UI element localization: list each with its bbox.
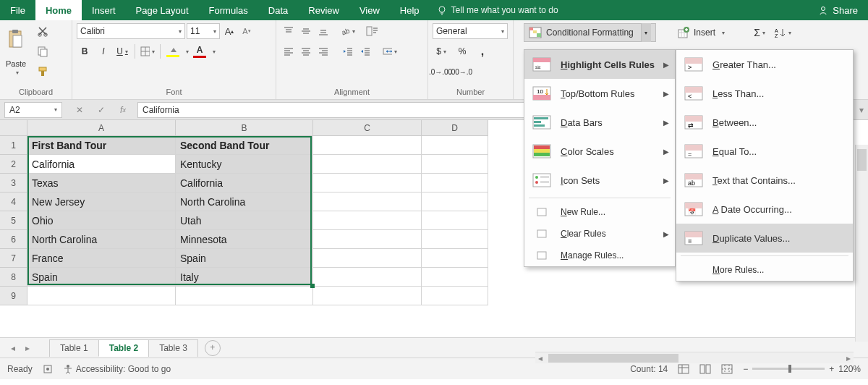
- cell-C6[interactable]: [313, 230, 422, 249]
- cell-C4[interactable]: [313, 192, 422, 211]
- hlc-more-rules[interactable]: More Rules...: [676, 259, 853, 281]
- align-left[interactable]: [281, 43, 297, 59]
- cell-A5[interactable]: Ohio: [27, 211, 176, 230]
- row-header-6[interactable]: 6: [0, 230, 27, 249]
- sheet-tab-table-1[interactable]: Table 1: [49, 339, 99, 357]
- menu-tab-home[interactable]: Home: [35, 0, 82, 20]
- sheet-tab-table-3[interactable]: Table 3: [148, 339, 198, 357]
- percent-format[interactable]: %: [454, 43, 470, 59]
- zoom-out-icon[interactable]: −: [743, 364, 748, 374]
- paste-button[interactable]: [4, 23, 27, 58]
- cell-D3[interactable]: [422, 174, 488, 192]
- menu-tab-insert[interactable]: Insert: [82, 0, 126, 20]
- column-header-B[interactable]: B: [176, 120, 313, 136]
- hlc-menu-less-than-[interactable]: <Less Than...: [676, 79, 853, 108]
- cell-C3[interactable]: [313, 174, 422, 192]
- horizontal-scrollbar[interactable]: ◂▸: [535, 352, 854, 363]
- hlc-menu-equal-to-[interactable]: =Equal To...: [676, 137, 853, 166]
- menu-tab-help[interactable]: Help: [390, 0, 430, 20]
- sheet-nav-prev[interactable]: ◂: [6, 343, 20, 353]
- cf-menu-manage-rules-[interactable]: Manage Rules...: [524, 245, 675, 266]
- decrease-font-size[interactable]: A▾: [239, 23, 255, 39]
- view-normal-icon[interactable]: [678, 364, 689, 374]
- font-name-select[interactable]: Calibri▾: [77, 23, 185, 39]
- view-page-break-icon[interactable]: [721, 364, 733, 374]
- merge-center[interactable]: ▾: [382, 43, 398, 59]
- border-button[interactable]: ▾: [140, 43, 156, 59]
- cell-A3[interactable]: Texas: [27, 174, 176, 192]
- increase-decimal[interactable]: .0→.00: [433, 64, 448, 80]
- italic-button[interactable]: I: [95, 43, 111, 59]
- cell-C1[interactable]: [313, 136, 422, 155]
- hlc-menu-between-[interactable]: ⇄Between...: [676, 108, 853, 137]
- view-page-layout-icon[interactable]: [699, 364, 711, 374]
- new-sheet-button[interactable]: +: [205, 340, 221, 356]
- wrap-text[interactable]: [365, 23, 380, 39]
- cell-D7[interactable]: [422, 249, 488, 268]
- cell-A7[interactable]: France: [27, 249, 176, 268]
- cell-B6[interactable]: Minnesota: [176, 230, 313, 249]
- font-color-button[interactable]: A: [192, 43, 208, 59]
- conditional-formatting-button[interactable]: Conditional Formatting ▾: [524, 23, 656, 42]
- cell-C5[interactable]: [313, 211, 422, 230]
- cell-C8[interactable]: [313, 268, 422, 287]
- zoom-slider[interactable]: [752, 368, 825, 370]
- accounting-format[interactable]: $▾: [433, 43, 450, 59]
- cell-B8[interactable]: Italy: [176, 268, 313, 287]
- cell-B1[interactable]: Second Band Tour: [176, 136, 313, 155]
- cf-menu-data-bars[interactable]: Data Bars▶: [524, 108, 675, 137]
- row-header-8[interactable]: 8: [0, 268, 27, 287]
- menu-tab-formulas[interactable]: Formulas: [199, 0, 258, 20]
- cell-A2[interactable]: California: [27, 155, 176, 174]
- decrease-decimal[interactable]: .00→.0: [453, 64, 469, 80]
- column-header-C[interactable]: C: [313, 120, 422, 136]
- tell-me-search[interactable]: Tell me what you want to do: [430, 0, 566, 20]
- autosum-button[interactable]: Σ▾: [750, 25, 769, 41]
- fx-icon[interactable]: fx: [116, 103, 130, 117]
- orientation[interactable]: ab▾: [340, 23, 356, 39]
- vertical-scrollbar[interactable]: [855, 145, 868, 342]
- fill-handle[interactable]: [310, 284, 315, 288]
- name-box[interactable]: A2▾: [4, 102, 62, 118]
- menu-tab-view[interactable]: View: [349, 0, 390, 20]
- hlc-menu-text-that-contains-[interactable]: abText that Contains...: [676, 166, 853, 195]
- row-header-2[interactable]: 2: [0, 155, 27, 174]
- zoom-control[interactable]: − + 120%: [743, 364, 861, 374]
- cell-D4[interactable]: [422, 192, 488, 211]
- font-size-select[interactable]: 11▾: [187, 23, 220, 39]
- align-bottom[interactable]: [315, 23, 331, 39]
- cell-D1[interactable]: [422, 136, 488, 155]
- hlc-menu-duplicate-values-[interactable]: ≡Duplicate Values...: [676, 224, 853, 253]
- cell-A4[interactable]: New Jersey: [27, 192, 176, 211]
- hlc-menu-greater-than-[interactable]: >Greater Than...: [676, 50, 853, 79]
- cell-A6[interactable]: North Carolina: [27, 230, 176, 249]
- formula-expand-icon[interactable]: ▾: [855, 105, 868, 115]
- column-header-D[interactable]: D: [422, 120, 488, 136]
- cell-C2[interactable]: [313, 155, 422, 174]
- select-all-corner[interactable]: [0, 120, 27, 136]
- cell-B2[interactable]: Kentucky: [176, 155, 313, 174]
- cell-B7[interactable]: Spain: [176, 249, 313, 268]
- cell-D8[interactable]: [422, 268, 488, 287]
- row-header-7[interactable]: 7: [0, 249, 27, 268]
- fill-color-button[interactable]: [165, 43, 181, 59]
- increase-indent[interactable]: [357, 43, 373, 59]
- cell-D2[interactable]: [422, 155, 488, 174]
- underline-button[interactable]: U▾: [114, 43, 130, 59]
- cell-D5[interactable]: [422, 211, 488, 230]
- sheet-tab-table-2[interactable]: Table 2: [98, 339, 149, 357]
- paste-dropdown-icon[interactable]: ▾: [14, 69, 19, 76]
- format-painter-button[interactable]: [35, 64, 51, 80]
- cancel-icon[interactable]: ✕: [72, 103, 87, 117]
- sort-filter-button[interactable]: AZ▾: [773, 25, 792, 41]
- column-header-A[interactable]: A: [27, 120, 176, 136]
- number-format-select[interactable]: General▾: [433, 23, 508, 39]
- cell-B9[interactable]: [176, 287, 313, 305]
- menu-tab-review[interactable]: Review: [298, 0, 349, 20]
- cell-D9[interactable]: [422, 287, 488, 305]
- zoom-level[interactable]: 120%: [838, 364, 861, 374]
- cf-menu-icon-sets[interactable]: Icon Sets▶: [524, 166, 675, 195]
- sheet-nav-next[interactable]: ▸: [20, 343, 35, 353]
- row-header-1[interactable]: 1: [0, 136, 27, 155]
- comma-format[interactable]: ,: [475, 43, 490, 59]
